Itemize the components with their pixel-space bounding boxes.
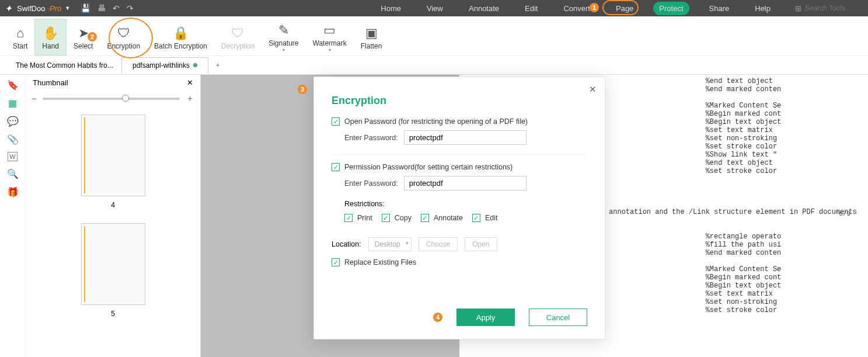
thumbnail-title: Thumbnail	[33, 78, 68, 87]
logo-icon: ✦	[5, 4, 13, 13]
tool-signature[interactable]: ✎Signature▾	[262, 19, 305, 56]
restriction-annotate-checkbox[interactable]: ✓	[421, 214, 429, 222]
enter-password-label-2: Enter Password:	[344, 179, 398, 188]
doc-tab[interactable]: The Most Common Habits fro...	[5, 57, 121, 74]
open-password-label: Open Password (for restricting the openi…	[344, 117, 528, 126]
thumbnail-panel: Thumbnail ✕ − ＋ 45	[26, 75, 201, 357]
nav-share[interactable]: Share	[703, 2, 735, 15]
new-tab-button[interactable]: ＋	[208, 58, 227, 72]
document-tabs: The Most Common Habits fro...pdfsampl-wi…	[0, 56, 868, 75]
zoom-slider[interactable]	[43, 98, 180, 100]
gift-icon[interactable]: 🎁	[7, 186, 19, 197]
start-icon: ⌂	[16, 25, 24, 42]
select-icon: ➤	[78, 25, 89, 42]
nav-annotate[interactable]: Annotate	[463, 2, 505, 15]
bookmark-icon[interactable]: 🔖	[7, 79, 19, 91]
tool-batch-encryption[interactable]: 🔒Batch Encryption	[147, 19, 214, 56]
page-counter: 6/9	[839, 210, 850, 217]
open-password-input[interactable]	[404, 130, 527, 145]
brand-name: SwifDoo	[17, 4, 45, 13]
hint-2: 2	[88, 32, 97, 41]
encryption-dialog: ✕ Encryption ✓ Open Password (for restri…	[313, 77, 605, 339]
tool-hand[interactable]: ✋Hand	[34, 19, 67, 56]
apply-button[interactable]: Apply	[456, 309, 515, 326]
nav-page[interactable]: Page	[610, 2, 639, 15]
tool-decryption: 🛡Decryption	[214, 19, 262, 56]
location-select[interactable]: Desktop	[368, 237, 412, 251]
print-icon[interactable]: 🖶	[97, 4, 106, 13]
grid-icon[interactable]: ▦	[8, 98, 17, 109]
decryption-icon: 🛡	[231, 25, 244, 42]
word-icon[interactable]: W	[8, 152, 17, 161]
permission-password-input[interactable]	[404, 176, 527, 190]
tool-watermark[interactable]: ▭Watermark▾	[306, 19, 354, 56]
quick-access: 💾 🖶 ↶ ↷	[81, 4, 134, 13]
restriction-copy-checkbox[interactable]: ✓	[382, 214, 390, 222]
nav-help[interactable]: Help	[749, 2, 776, 15]
thumbnail[interactable]: 5	[26, 223, 200, 318]
comment-icon[interactable]: 💬	[7, 116, 19, 127]
location-label: Location:	[332, 240, 361, 248]
thumbnail[interactable]: 4	[26, 115, 200, 209]
attach-icon[interactable]: 📎	[7, 134, 19, 145]
search-icon[interactable]: 🔍	[7, 168, 19, 179]
choose-button[interactable]: Choose	[419, 237, 458, 251]
tool-start[interactable]: ⌂Start	[6, 19, 34, 56]
doc-tab[interactable]: pdfsampl-withlinks	[121, 57, 208, 74]
restriction-edit-checkbox[interactable]: ✓	[472, 214, 480, 222]
nav-protect[interactable]: Protect	[653, 2, 689, 15]
open-password-checkbox[interactable]: ✓	[332, 117, 340, 126]
hint-1: 1	[590, 3, 599, 12]
open-button[interactable]: Open	[465, 237, 497, 251]
replace-checkbox[interactable]: ✓	[332, 258, 340, 266]
close-icon[interactable]: ✕	[589, 84, 597, 95]
search-tools-input[interactable]	[805, 4, 857, 12]
enter-password-label: Enter Password:	[344, 134, 398, 142]
brand-pro: ·Pro	[47, 4, 61, 13]
thumb-zoom: − ＋	[26, 91, 200, 109]
thumbnail-list: 45	[26, 109, 200, 357]
watermark-icon: ▭	[323, 22, 336, 39]
zoom-out-icon[interactable]: −	[32, 93, 37, 103]
nav-edit[interactable]: Edit	[519, 2, 543, 15]
permission-password-label: Permission Password(for setting certain …	[344, 163, 513, 171]
restriction-options: ✓Print✓Copy✓Annotate✓Edit	[344, 214, 587, 222]
nav-home[interactable]: Home	[375, 2, 407, 15]
dirty-indicator	[193, 63, 197, 67]
redo-icon[interactable]: ↷	[127, 4, 134, 13]
hint-4: 4	[433, 313, 442, 322]
save-icon[interactable]: 💾	[81, 4, 90, 13]
menubar: ✦ SwifDoo ·Pro ▼ 💾 🖶 ↶ ↷ HomeViewAnnotat…	[0, 0, 868, 16]
app-logo: ✦ SwifDoo ·Pro ▼	[0, 4, 76, 13]
hint-3: 3	[298, 85, 307, 94]
batch encryption-icon: 🔒	[173, 25, 189, 42]
zoom-in-icon[interactable]: ＋	[186, 93, 194, 104]
hand-icon: ✋	[43, 25, 58, 42]
flatten-icon: ▣	[365, 25, 378, 42]
dialog-title: Encryption	[332, 95, 587, 107]
signature-icon: ✎	[278, 22, 289, 39]
restrictions-label: Restrictions:	[344, 200, 587, 208]
close-icon[interactable]: ✕	[187, 78, 193, 87]
left-iconbar: 🔖 ▦ 💬 📎 W 🔍 🎁	[0, 75, 26, 357]
cancel-button[interactable]: Cancel	[529, 309, 587, 326]
ribbon-toolbar: ⌂Start✋Hand➤Select🛡Encryption🔒Batch Encr…	[0, 16, 868, 56]
permission-password-checkbox[interactable]: ✓	[332, 163, 340, 171]
nav-view[interactable]: View	[421, 2, 449, 15]
restriction-print-checkbox[interactable]: ✓	[344, 214, 353, 222]
replace-label: Replace Existing Files	[344, 258, 416, 266]
tool-encryption[interactable]: 🛡Encryption	[100, 19, 147, 56]
encryption-icon: 🛡	[117, 25, 130, 42]
chevron-down-icon[interactable]: ▼	[65, 5, 70, 11]
grid-icon: ⊞	[795, 4, 801, 13]
tool-flatten[interactable]: ▣Flatten	[354, 19, 389, 56]
undo-icon[interactable]: ↶	[113, 4, 120, 13]
main-nav: HomeViewAnnotateEditConvertPageProtectSh…	[375, 2, 868, 15]
